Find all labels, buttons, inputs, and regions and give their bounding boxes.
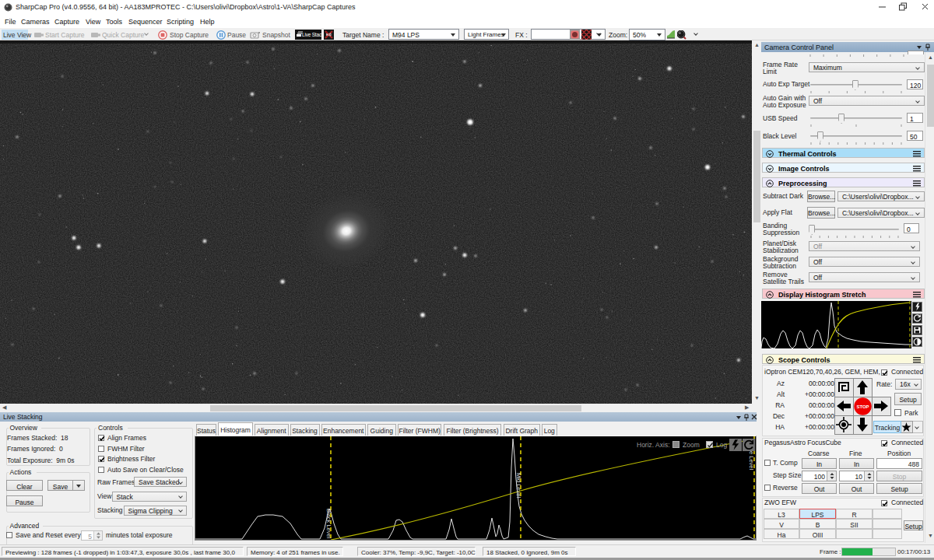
svg-text:STOP: STOP: [856, 404, 869, 409]
